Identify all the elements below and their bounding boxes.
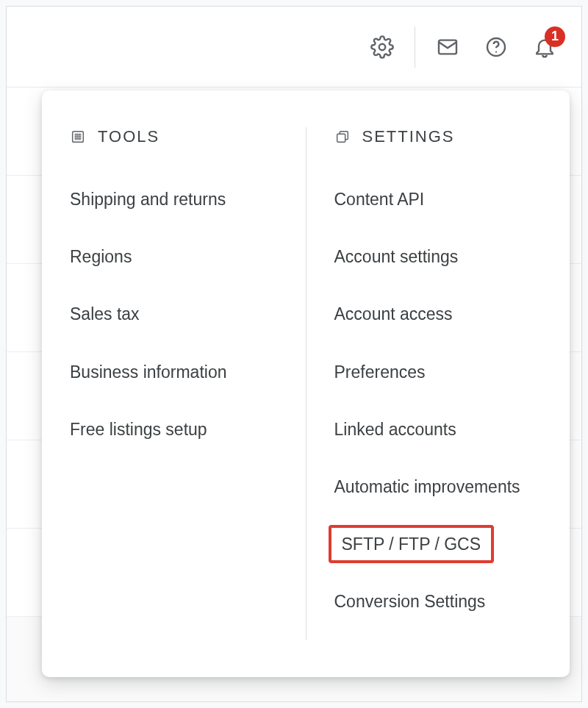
menu-item-free-listings-setup[interactable]: Free listings setup	[68, 410, 209, 448]
column-title: SETTINGS	[362, 127, 455, 146]
topbar: 1	[7, 7, 581, 87]
divider	[415, 26, 415, 68]
menu-item-sales-tax[interactable]: Sales tax	[68, 295, 141, 333]
menu-item-shipping-and-returns[interactable]: Shipping and returns	[68, 180, 227, 218]
tools-icon	[68, 127, 87, 146]
menu-item-automatic-improvements[interactable]: Automatic improvements	[333, 468, 522, 506]
menu-item-conversion-settings[interactable]: Conversion Settings	[333, 582, 487, 621]
help-icon[interactable]	[480, 31, 512, 63]
svg-rect-7	[337, 134, 345, 142]
menu-item-linked-accounts[interactable]: Linked accounts	[333, 410, 458, 448]
menu-item-content-api[interactable]: Content API	[333, 180, 426, 218]
menu-item-preferences[interactable]: Preferences	[333, 353, 427, 391]
menu-item-account-access[interactable]: Account access	[333, 295, 454, 333]
settings-icon	[333, 127, 352, 146]
dropdown-column-settings: SETTINGS Content API Account settings Ac…	[306, 127, 570, 640]
notifications-icon[interactable]: 1	[528, 31, 561, 63]
column-title: TOOLS	[98, 127, 159, 146]
menu-item-sftp-ftp-gcs[interactable]: SFTP / FTP / GCS	[329, 525, 495, 563]
svg-point-0	[379, 43, 386, 50]
mail-icon[interactable]	[431, 31, 464, 63]
menu-item-account-settings[interactable]: Account settings	[333, 237, 460, 276]
settings-dropdown: TOOLS Shipping and returns Regions Sales…	[42, 90, 570, 677]
column-header: SETTINGS	[333, 127, 544, 146]
dropdown-column-tools: TOOLS Shipping and returns Regions Sales…	[42, 127, 306, 640]
app-viewport: 1 TOOLS Shipping and returns Regions Sal…	[6, 6, 582, 702]
column-header: TOOLS	[68, 127, 279, 146]
menu-item-regions[interactable]: Regions	[68, 237, 133, 276]
notifications-badge: 1	[545, 26, 565, 47]
menu-item-business-information[interactable]: Business information	[68, 353, 229, 391]
gear-icon[interactable]	[366, 31, 398, 63]
svg-point-3	[495, 51, 497, 52]
